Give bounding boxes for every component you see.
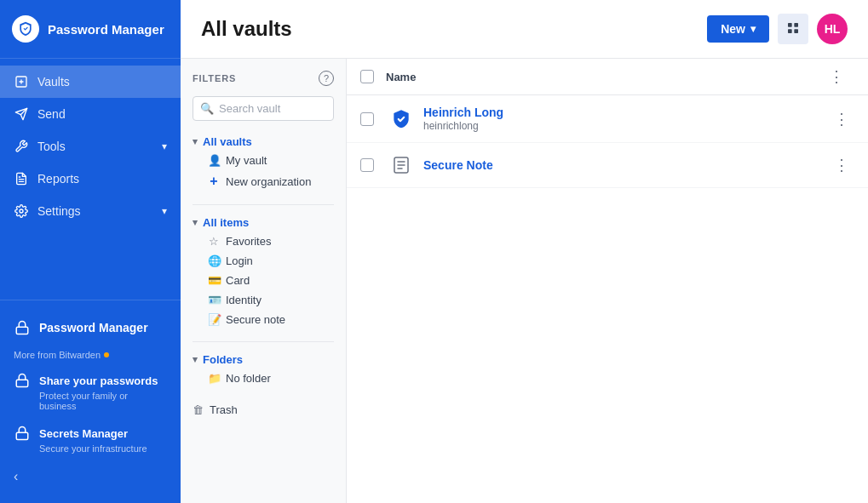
new-button[interactable]: New ▾ <box>707 15 769 43</box>
main-content: All vaults New ▾ HL <box>181 0 868 503</box>
items-filter-section: ▾ All items ☆ Favorites 🌐 Login 💳 Card <box>193 214 334 329</box>
content-area: FILTERS ? 🔍 ▾ All vaults 👤 My vault <box>181 59 868 503</box>
reports-icon <box>14 171 29 186</box>
page-title: All vaults <box>201 17 707 41</box>
vaults-filter-section: ▾ All vaults 👤 My vault + New organizati… <box>193 133 334 192</box>
filter-divider-2 <box>193 341 334 342</box>
item-icon-col-0 <box>386 107 417 131</box>
secrets-manager-promo[interactable]: Secrets Manager Secure your infrastructu… <box>0 418 181 460</box>
sidebar-header: Password Manager <box>0 0 181 59</box>
item-check-col <box>360 112 386 126</box>
identity-icon: 🪪 <box>208 294 220 306</box>
search-box[interactable]: 🔍 <box>193 96 334 121</box>
item-actions-1: ⋮ <box>829 156 854 174</box>
share-passwords-header: Share your passwords <box>14 372 167 389</box>
new-org-label: New organization <box>226 175 311 188</box>
secrets-manager-label: Secrets Manager <box>39 427 128 440</box>
svg-rect-7 <box>16 380 28 386</box>
new-button-chevron-icon: ▾ <box>750 23 756 35</box>
sidebar-item-tools[interactable]: Tools ▾ <box>0 130 181 163</box>
more-from-label: More from Bitwarden <box>14 350 101 360</box>
secrets-icon <box>14 425 31 442</box>
favorites-filter[interactable]: ☆ Favorites <box>208 231 334 251</box>
svg-rect-12 <box>794 29 798 33</box>
sidebar-item-settings[interactable]: Settings ▾ <box>0 195 181 227</box>
share-icon <box>14 372 31 389</box>
folders-collapse-icon: ▾ <box>193 354 198 365</box>
item-checkbox-0[interactable] <box>360 112 374 126</box>
sidebar-item-vaults-label: Vaults <box>37 75 70 89</box>
no-folder-filter[interactable]: 📁 No folder <box>208 369 334 388</box>
all-vaults-toggle[interactable]: ▾ All vaults <box>193 133 334 151</box>
trash-label: Trash <box>210 403 238 416</box>
secure-note-filter[interactable]: 📝 Secure note <box>208 310 334 329</box>
all-items-toggle[interactable]: ▾ All items <box>193 214 334 231</box>
vaults-collapse-icon: ▾ <box>193 136 198 147</box>
more-from-bitwarden: More from Bitwarden <box>0 345 181 365</box>
search-icon: 🔍 <box>200 102 214 115</box>
filter-divider-1 <box>193 204 334 205</box>
app-logo <box>12 15 39 43</box>
sidebar-collapse-button[interactable]: ‹ <box>0 460 181 493</box>
folder-icon: 📁 <box>208 372 220 385</box>
item-checkbox-1[interactable] <box>360 158 374 172</box>
items-collapse-icon: ▾ <box>193 217 198 228</box>
items-filter-list: ☆ Favorites 🌐 Login 💳 Card 🪪 Identity <box>193 231 334 329</box>
svg-rect-6 <box>16 327 28 334</box>
grid-view-button[interactable] <box>778 14 808 44</box>
grid-icon <box>786 21 800 37</box>
name-column-header: Name <box>386 71 829 83</box>
item-more-button-0[interactable]: ⋮ <box>834 110 849 129</box>
card-icon: 💳 <box>208 274 220 287</box>
login-filter[interactable]: 🌐 Login <box>208 251 334 271</box>
note-item-icon <box>389 153 413 177</box>
password-manager-section[interactable]: Password Manager <box>0 311 181 345</box>
plus-icon: + <box>208 174 220 189</box>
folders-toggle[interactable]: ▾ Folders <box>193 351 334 369</box>
main-header: All vaults New ▾ HL <box>181 0 868 59</box>
sidebar-item-send[interactable]: Send <box>0 98 181 130</box>
identity-filter[interactable]: 🪪 Identity <box>208 290 334 310</box>
filters-help-button[interactable]: ? <box>319 71 334 86</box>
header-actions: New ▾ HL <box>707 14 848 44</box>
header-check-col <box>360 70 386 83</box>
item-details-0: Heinrich Long heinrichlong <box>417 106 829 132</box>
svg-rect-11 <box>788 29 792 33</box>
note-icon: 📝 <box>208 313 220 326</box>
search-input[interactable] <box>219 102 326 115</box>
list-item[interactable]: Secure Note ⋮ <box>347 143 868 188</box>
header-more-icon[interactable]: ⋮ <box>829 68 844 85</box>
lock-icon <box>14 319 31 336</box>
item-name-1: Secure Note <box>423 158 829 172</box>
sidebar-item-send-label: Send <box>37 107 66 121</box>
card-filter[interactable]: 💳 Card <box>208 271 334 290</box>
vault-icon <box>14 74 29 89</box>
item-actions-0: ⋮ <box>829 110 854 129</box>
all-items-label: All items <box>203 216 249 229</box>
sidebar-item-reports[interactable]: Reports <box>0 163 181 195</box>
favorites-label: Favorites <box>226 235 271 248</box>
select-all-checkbox[interactable] <box>360 70 374 83</box>
share-passwords-promo[interactable]: Share your passwords Protect your family… <box>0 365 181 418</box>
list-item[interactable]: Heinrich Long heinrichlong ⋮ <box>347 95 868 143</box>
item-details-1: Secure Note <box>417 158 829 172</box>
my-vault-filter[interactable]: 👤 My vault <box>208 151 334 170</box>
svg-rect-8 <box>16 432 28 439</box>
svg-rect-10 <box>794 23 798 27</box>
trash-filter[interactable]: 🗑 Trash <box>193 400 334 420</box>
new-button-label: New <box>721 22 745 36</box>
svg-rect-9 <box>788 23 792 27</box>
item-check-col-1 <box>360 158 386 172</box>
card-label: Card <box>226 274 250 287</box>
settings-icon <box>14 203 29 219</box>
sidebar-item-vaults[interactable]: Vaults <box>0 66 181 98</box>
svg-point-5 <box>20 209 23 213</box>
sidebar: Password Manager Vaults Send <box>0 0 181 503</box>
send-icon <box>14 106 29 122</box>
new-organization-filter[interactable]: + New organization <box>208 170 334 192</box>
user-avatar[interactable]: HL <box>817 14 848 44</box>
item-more-button-1[interactable]: ⋮ <box>834 156 849 174</box>
folders-filter-items: 📁 No folder <box>193 369 334 388</box>
secrets-manager-sub: Secure your infrastructure <box>14 443 167 454</box>
tools-chevron-icon: ▾ <box>162 140 167 152</box>
